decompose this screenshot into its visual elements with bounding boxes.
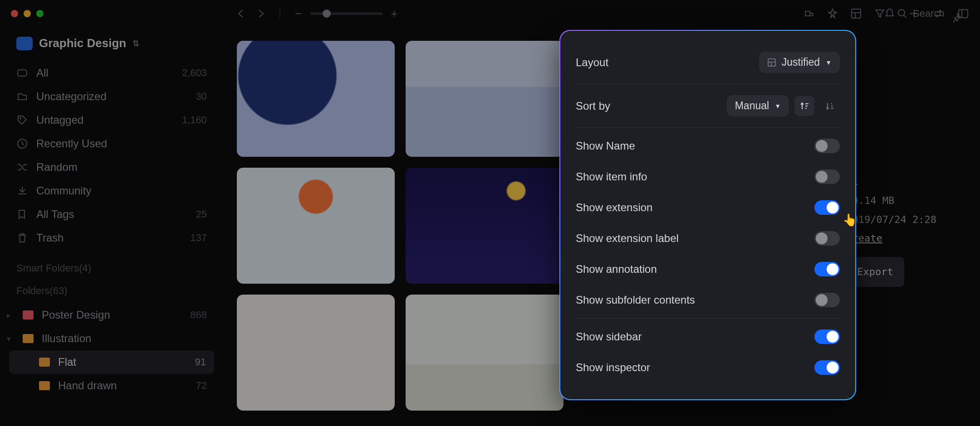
view-toggle-row: Show annotation bbox=[576, 254, 840, 285]
toggle-switch[interactable] bbox=[814, 360, 840, 375]
view-toggle-row: Show item info bbox=[576, 161, 840, 192]
sort-descending-button[interactable] bbox=[820, 96, 840, 116]
sidebar-item-label: All Tags bbox=[36, 208, 74, 221]
toggle-label: Show item info bbox=[576, 170, 647, 183]
folder-label: Illustration bbox=[42, 332, 91, 345]
toggle-label: Show annotation bbox=[576, 263, 657, 276]
folder-icon bbox=[23, 310, 34, 320]
window-minimize-button[interactable] bbox=[24, 10, 31, 17]
inspector-create-link[interactable]: Create bbox=[846, 229, 936, 248]
folder-count: 91 bbox=[195, 356, 206, 368]
folder-poster-design[interactable]: ▸ Poster Design 868 bbox=[0, 303, 223, 327]
view-toggle-row: Show sidebar bbox=[576, 321, 840, 352]
sidebar-item-label: Recently Used bbox=[36, 137, 107, 150]
thumbnail[interactable] bbox=[237, 295, 395, 411]
toggle-switch[interactable] bbox=[814, 293, 840, 307]
folder-count: 72 bbox=[196, 380, 207, 392]
svg-rect-4 bbox=[852, 9, 861, 18]
chevron-down-icon: ▼ bbox=[825, 59, 832, 66]
view-toggle-row: Show subfolder contents bbox=[576, 285, 840, 315]
actions-icon[interactable] bbox=[827, 8, 838, 19]
sidebar-item-label: All bbox=[36, 67, 49, 79]
sidebar-item-recent[interactable]: Recently Used bbox=[0, 132, 223, 155]
zoom-out-button[interactable]: − bbox=[295, 7, 302, 21]
svg-point-5 bbox=[898, 10, 905, 16]
zoom-slider[interactable] bbox=[310, 12, 382, 15]
thumbnail[interactable] bbox=[406, 41, 564, 157]
sidebar-item-alltags[interactable]: All Tags 25 bbox=[0, 203, 223, 226]
toggle-knob bbox=[816, 140, 828, 152]
back-button[interactable] bbox=[236, 9, 246, 19]
disclosure-triangle-icon[interactable]: ▾ bbox=[3, 334, 15, 343]
folder-label: Hand drawn bbox=[58, 379, 117, 392]
sidebar-item-label: Trash bbox=[36, 232, 64, 244]
folder-flat[interactable]: Flat 91 bbox=[9, 350, 214, 374]
toggle-switch[interactable] bbox=[814, 329, 840, 344]
sidebar-item-trash[interactable]: Trash 137 bbox=[0, 226, 223, 250]
filter-icon[interactable] bbox=[874, 8, 886, 19]
sidebar-item-community[interactable]: Community bbox=[0, 179, 223, 203]
sidebar-item-all[interactable]: All 2,603 bbox=[0, 61, 223, 85]
disclosure-triangle-icon[interactable]: ▸ bbox=[3, 311, 15, 320]
zoom-in-button[interactable]: + bbox=[391, 7, 397, 21]
toggle-label: Show inspector bbox=[576, 361, 650, 374]
view-toggle-row: Show Name bbox=[576, 131, 840, 161]
folder-label: Poster Design bbox=[42, 309, 110, 321]
toggle-switch[interactable] bbox=[814, 262, 840, 276]
folder-icon bbox=[39, 358, 50, 367]
view-toggle-row: Show extension label bbox=[576, 223, 840, 254]
forward-button[interactable] bbox=[256, 9, 266, 19]
thumbnail[interactable] bbox=[406, 168, 564, 284]
toggle-label: Show subfolder contents bbox=[576, 294, 695, 306]
sidebar-item-count: 137 bbox=[190, 232, 207, 244]
thumbnail[interactable] bbox=[406, 295, 564, 411]
sort-ascending-button[interactable] bbox=[794, 96, 814, 116]
thumbnail[interactable] bbox=[237, 41, 395, 157]
sidebar-item-random[interactable]: Random bbox=[0, 155, 223, 179]
inspector-panel: 91 69.14 MB 2019/07/24 2:28 Create Expor… bbox=[846, 172, 936, 287]
toggle-knob bbox=[816, 232, 828, 244]
inspector-size: 69.14 MB bbox=[846, 191, 936, 210]
pin-icon[interactable] bbox=[951, 13, 962, 24]
window-close-button[interactable] bbox=[11, 10, 18, 17]
toggle-label: Show extension bbox=[576, 201, 652, 214]
sidebar-item-untagged[interactable]: Untagged 1,160 bbox=[0, 108, 223, 132]
sidebar-item-count: 1,160 bbox=[182, 114, 207, 126]
thumbnail[interactable] bbox=[237, 168, 395, 284]
layout-dropdown[interactable]: Justified ▼ bbox=[759, 52, 840, 73]
zoom-thumb[interactable] bbox=[323, 10, 331, 18]
library-icon bbox=[16, 37, 33, 50]
folder-hand-drawn[interactable]: Hand drawn 72 bbox=[0, 374, 223, 397]
toggle-label: Show extension label bbox=[576, 232, 679, 245]
toggle-knob bbox=[827, 362, 838, 373]
view-toggle-row: Show inspector bbox=[576, 352, 840, 383]
sidebar: Graphic Design ⇅ All 2,603 Uncategorized… bbox=[0, 27, 223, 426]
toggle-switch[interactable] bbox=[814, 139, 840, 153]
toggle-knob bbox=[827, 202, 838, 213]
folder-illustration[interactable]: ▾ Illustration bbox=[0, 327, 223, 350]
layout-value: Justified bbox=[782, 56, 820, 68]
sort-dropdown[interactable]: Manual ▼ bbox=[727, 95, 789, 116]
extensions-icon[interactable] bbox=[803, 8, 815, 19]
folder-label: Flat bbox=[58, 356, 76, 368]
toggle-switch[interactable] bbox=[814, 169, 840, 184]
folder-count: 868 bbox=[190, 309, 207, 321]
library-selector[interactable]: Graphic Design ⇅ bbox=[0, 36, 223, 61]
smart-folders-header[interactable]: Smart Folders(4) bbox=[0, 250, 223, 281]
window-zoom-button[interactable] bbox=[36, 10, 44, 17]
chevron-down-icon: ▼ bbox=[774, 102, 781, 110]
toggle-switch[interactable] bbox=[814, 231, 840, 246]
svg-rect-1 bbox=[18, 70, 27, 76]
sidebar-item-label: Untagged bbox=[36, 114, 83, 126]
inspector-count: 91 bbox=[846, 172, 936, 191]
folder-icon bbox=[23, 334, 34, 343]
layout-label: Layout bbox=[576, 56, 608, 69]
sort-label: Sort by bbox=[576, 100, 610, 112]
folders-header[interactable]: Folders(63) bbox=[0, 281, 223, 303]
sidebar-item-uncategorized[interactable]: Uncategorized 30 bbox=[0, 85, 223, 108]
toggle-switch[interactable] bbox=[814, 200, 840, 215]
sort-value: Manual bbox=[735, 100, 769, 112]
toggle-knob bbox=[827, 331, 838, 343]
layout-icon[interactable] bbox=[850, 8, 862, 19]
sidebar-item-label: Community bbox=[36, 184, 91, 197]
